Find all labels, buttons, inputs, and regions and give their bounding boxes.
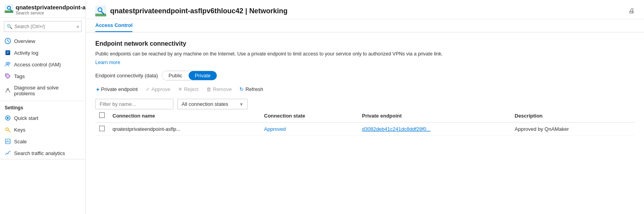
- sidebar-item-diagnose[interactable]: Diagnose and solve problems: [0, 82, 86, 99]
- row-connection-name: qnatestprivateendpoint-asflp...: [109, 122, 260, 136]
- diagnose-icon: [5, 87, 11, 94]
- connection-state-dropdown[interactable]: All connection states ∨: [177, 99, 248, 109]
- add-private-endpoint-button[interactable]: + Private endpoint: [95, 84, 139, 94]
- resource-icon: [5, 4, 13, 15]
- svg-line-12: [8, 130, 10, 132]
- sidebar-label-diagnose: Diagnose and solve problems: [14, 85, 81, 96]
- sidebar-item-tags[interactable]: Tags: [0, 70, 86, 82]
- sidebar-item-quick-start[interactable]: Quick start: [0, 112, 86, 124]
- filter-input[interactable]: [95, 99, 173, 109]
- resource-name: qnatestprivateendpoint-asflpv6thlouc42: [16, 4, 86, 11]
- page-header: qnatestprivateendpoint-asflpv6thlouc42 |…: [86, 0, 644, 19]
- print-button[interactable]: 🖨: [628, 7, 635, 14]
- data-table: Connection name Connection state Private…: [95, 109, 635, 136]
- settings-section-label: Settings: [0, 101, 86, 112]
- svg-rect-3: [5, 11, 13, 13]
- row-description: Approved by QnAMaker: [511, 122, 635, 136]
- svg-point-6: [6, 62, 8, 64]
- sidebar-item-keys[interactable]: Keys: [0, 124, 86, 136]
- refresh-icon: ↻: [239, 86, 244, 92]
- resource-type: Search service: [16, 11, 86, 15]
- keys-icon: [5, 127, 11, 133]
- connectivity-row: Endpoint connectivity (data) Public Priv…: [95, 71, 635, 80]
- collapse-button[interactable]: «: [75, 23, 81, 30]
- header-checkbox[interactable]: [99, 112, 105, 118]
- learn-more-link[interactable]: Learn more: [95, 60, 120, 65]
- add-icon: +: [96, 86, 100, 93]
- scale-icon: [5, 138, 11, 144]
- table-row: qnatestprivateendpoint-asflp... Approved…: [95, 122, 635, 136]
- search-traffic-icon: [5, 150, 11, 156]
- row-connection-state: Approved: [260, 122, 358, 136]
- sidebar-label-access-control: Access control (IAM): [14, 62, 61, 68]
- refresh-button[interactable]: ↻ Refresh: [239, 85, 264, 94]
- sidebar-header: qnatestprivateendpoint-asflpv6thlouc42 S…: [0, 0, 86, 18]
- row-private-endpoint: d3082deb41c241dc8ddf28f0...: [358, 122, 511, 136]
- sidebar-label-scale: Scale: [14, 139, 27, 144]
- tags-icon: [5, 73, 11, 79]
- approve-icon: ✓: [146, 86, 150, 92]
- search-box[interactable]: 🔍 «: [4, 21, 82, 32]
- sidebar-label-activity-log: Activity log: [14, 50, 38, 56]
- svg-point-9: [7, 88, 9, 90]
- quick-start-icon: [5, 115, 11, 121]
- status-badge: Approved: [264, 126, 286, 132]
- search-input[interactable]: [14, 24, 73, 29]
- sidebar-label-keys: Keys: [14, 127, 25, 133]
- sidebar-item-activity-log[interactable]: Activity log: [0, 47, 86, 59]
- row-checkbox-cell: [95, 122, 109, 136]
- description-text: Public endpoints can be reached by any m…: [95, 50, 635, 58]
- activity-log-icon: [5, 50, 11, 56]
- nav-list: Overview Activity log Access control (IA…: [0, 35, 86, 214]
- approve-button[interactable]: ✓ Approve: [145, 85, 171, 94]
- access-control-icon: [5, 61, 11, 68]
- tab-bar: Access Control: [86, 19, 644, 32]
- connectivity-toggle: Public Private: [162, 71, 217, 80]
- connectivity-label: Endpoint connectivity (data): [95, 73, 158, 78]
- sidebar-item-access-control[interactable]: Access control (IAM): [0, 59, 86, 70]
- svg-rect-17: [95, 14, 106, 16]
- svg-point-8: [6, 75, 7, 75]
- sidebar-label-tags: Tags: [14, 73, 25, 79]
- dropdown-label: All connection states: [182, 101, 228, 107]
- table-header-row: Connection name Connection state Private…: [95, 109, 635, 123]
- row-checkbox[interactable]: [99, 126, 105, 131]
- svg-rect-5: [5, 50, 10, 55]
- toggle-public[interactable]: Public: [162, 71, 188, 80]
- overview-icon: [5, 38, 11, 44]
- endpoint-link[interactable]: d3082deb41c241dc8ddf28f0...: [362, 126, 431, 132]
- page-title-group: qnatestprivateendpoint-asflpv6thlouc42 |…: [110, 7, 624, 15]
- chevron-down-icon: ∨: [240, 102, 243, 107]
- sidebar-label-search-traffic: Search traffic analytics: [14, 150, 65, 156]
- page-icon: [95, 5, 106, 16]
- remove-button[interactable]: 🗑 Remove: [205, 85, 232, 94]
- col-header-checkbox: [95, 109, 109, 123]
- tab-access-control[interactable]: Access Control: [95, 19, 132, 32]
- section-title: Endpoint network connectivity: [95, 40, 635, 47]
- sidebar-item-overview[interactable]: Overview: [0, 35, 86, 47]
- reject-icon: ✕: [178, 86, 182, 92]
- content-area: Endpoint network connectivity Public end…: [86, 32, 644, 214]
- svg-point-7: [8, 62, 10, 64]
- sidebar-item-search-traffic[interactable]: Search traffic analytics: [0, 147, 86, 159]
- col-header-connection-name: Connection name: [109, 109, 260, 123]
- toolbar: + Private endpoint ✓ Approve ✕ Reject 🗑 …: [95, 84, 635, 94]
- sidebar-item-scale[interactable]: Scale: [0, 136, 86, 147]
- remove-icon: 🗑: [206, 86, 211, 92]
- sidebar: qnatestprivateendpoint-asflpv6thlouc42 S…: [0, 0, 86, 214]
- col-header-connection-state: Connection state: [260, 109, 358, 123]
- toggle-private[interactable]: Private: [189, 71, 217, 80]
- page-title: qnatestprivateendpoint-asflpv6thlouc42 |…: [110, 7, 624, 15]
- col-header-private-endpoint: Private endpoint: [358, 109, 511, 123]
- sidebar-label-quick-start: Quick start: [14, 115, 38, 121]
- search-icon: 🔍: [7, 24, 12, 29]
- main-content: qnatestprivateendpoint-asflpv6thlouc42 |…: [86, 0, 644, 214]
- sidebar-label-overview: Overview: [14, 38, 35, 44]
- reject-button[interactable]: ✕ Reject: [177, 85, 199, 94]
- col-header-description: Description: [511, 109, 635, 123]
- filter-row: All connection states ∨: [95, 99, 635, 109]
